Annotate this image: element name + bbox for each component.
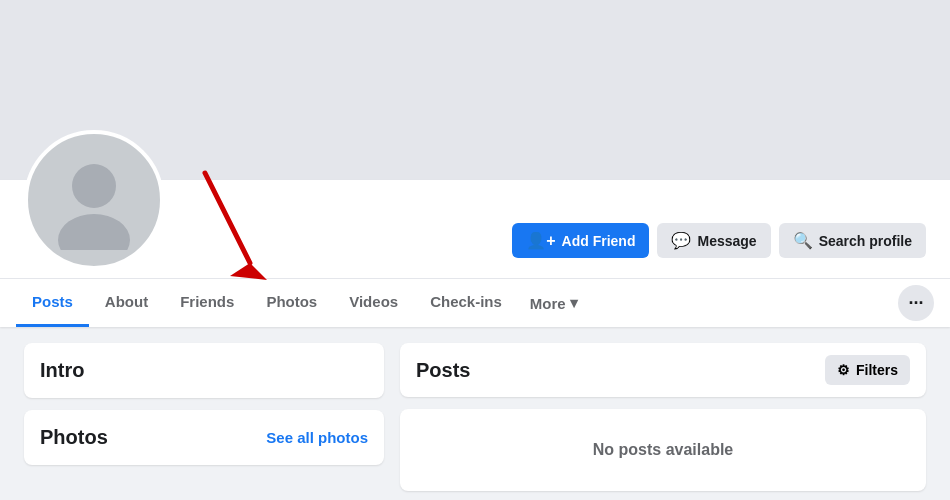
tab-photos[interactable]: Photos [250, 279, 333, 327]
add-friend-button[interactable]: 👤+ Add Friend [512, 223, 649, 258]
search-profile-button[interactable]: 🔍 Search profile [779, 223, 926, 258]
see-all-photos-link[interactable]: See all photos [266, 429, 368, 446]
photos-card: Photos See all photos [24, 410, 384, 465]
avatar [24, 130, 164, 270]
tab-about[interactable]: About [89, 279, 164, 327]
tab-friends[interactable]: Friends [164, 279, 250, 327]
message-label: Message [697, 233, 756, 249]
message-button[interactable]: 💬 Message [657, 223, 770, 258]
name-actions-row: 👤+ Add Friend 💬 Message 🔍 Search profile [180, 223, 926, 270]
main-content: Intro Photos See all photos Posts ⚙ Filt… [0, 327, 950, 500]
nav-ellipsis-button[interactable]: ··· [898, 285, 934, 321]
svg-point-0 [72, 164, 116, 208]
tab-more[interactable]: More ▾ [518, 280, 590, 326]
tab-posts[interactable]: Posts [16, 279, 89, 327]
intro-title: Intro [40, 359, 368, 382]
action-buttons: 👤+ Add Friend 💬 Message 🔍 Search profile [512, 223, 926, 258]
profile-info-row: 👤+ Add Friend 💬 Message 🔍 Search profile [0, 180, 950, 270]
profile-section: 👤+ Add Friend 💬 Message 🔍 Search profile [0, 180, 950, 327]
tab-checkins[interactable]: Check-ins [414, 279, 518, 327]
filters-label: Filters [856, 362, 898, 378]
add-friend-label: Add Friend [562, 233, 636, 249]
avatar-silhouette [44, 150, 144, 250]
no-posts-text: No posts available [593, 441, 734, 458]
filters-icon: ⚙ [837, 362, 850, 378]
search-icon: 🔍 [793, 231, 813, 250]
ellipsis-label: ··· [908, 293, 923, 314]
tab-videos[interactable]: Videos [333, 279, 414, 327]
right-column: Posts ⚙ Filters No posts available [400, 343, 926, 491]
chevron-down-icon: ▾ [570, 294, 578, 312]
nav-tabs: Posts About Friends Photos Videos Check-… [0, 278, 950, 327]
filters-button[interactable]: ⚙ Filters [825, 355, 910, 385]
left-column: Intro Photos See all photos [24, 343, 384, 491]
avatar-circle [24, 130, 164, 270]
message-icon: 💬 [671, 231, 691, 250]
no-posts-message: No posts available [400, 409, 926, 491]
photos-title: Photos [40, 426, 108, 449]
svg-point-1 [58, 214, 130, 250]
photos-card-header: Photos See all photos [40, 426, 368, 449]
nav-tabs-wrapper: Posts About Friends Photos Videos Check-… [0, 278, 950, 327]
intro-card: Intro [24, 343, 384, 398]
posts-title: Posts [416, 359, 470, 382]
add-friend-icon: 👤+ [526, 231, 555, 250]
more-label: More [530, 295, 566, 312]
search-profile-label: Search profile [819, 233, 912, 249]
posts-header: Posts ⚙ Filters [400, 343, 926, 397]
